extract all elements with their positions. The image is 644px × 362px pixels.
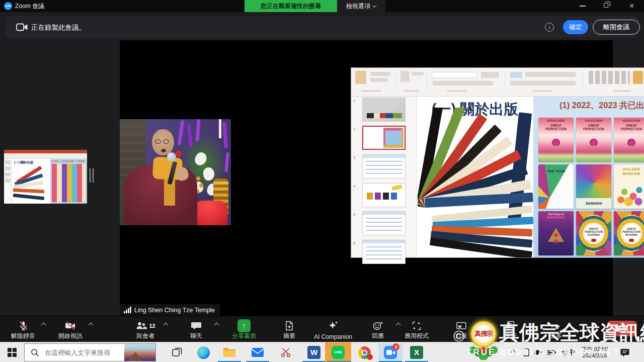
- book-cover: GREAT PERFECTION DHARMA: [576, 211, 611, 255]
- decor: [5, 172, 11, 176]
- excel-button[interactable]: X: [405, 342, 429, 362]
- shared-screen-canvas: 1 2 3 4 5 6 (一) 關於出版: [120, 40, 613, 316]
- confirm-button[interactable]: 確定: [563, 20, 588, 34]
- start-button[interactable]: [0, 342, 24, 362]
- zoom-logo-icon: zm: [4, 2, 12, 10]
- apps-icon: [411, 320, 422, 331]
- windows-logo-icon: [8, 348, 17, 357]
- decor: [447, 90, 467, 92]
- slide-thumbnail-3[interactable]: [362, 154, 406, 178]
- slide-thumbnail-2-selected[interactable]: [362, 126, 406, 150]
- search-input[interactable]: [44, 344, 124, 361]
- chrome-button[interactable]: [352, 342, 376, 362]
- slide-number: 6: [353, 241, 360, 245]
- microphone: [167, 152, 176, 161]
- preview-drag-handle[interactable]: [90, 168, 94, 183]
- slide-thumbnail-4[interactable]: [362, 183, 406, 207]
- recording-message: 正在錄製此會議。: [31, 23, 86, 32]
- decor: [525, 72, 576, 77]
- zoom-toolbar: 解除靜音 開啟視訊 12 與會者 聊: [0, 316, 644, 342]
- slide-number: 4: [353, 184, 360, 189]
- info-icon[interactable]: i: [545, 23, 554, 32]
- slide-right-title: (1) 2022、2023 共已出版了 15 本文集: [533, 100, 644, 111]
- zoom-meeting-window: zm Zoom 會議 您正在觀看蓮悅的螢幕 檢視選項 × 正在錄製此會議。 i …: [0, 0, 644, 362]
- window-titlebar: zm Zoom 會議 您正在觀看蓮悅的螢幕 檢視選項 ×: [0, 0, 644, 12]
- task-view-button[interactable]: [165, 342, 189, 362]
- glasses-decor: [155, 139, 161, 144]
- mini-ppt-body: (一) 關於出版 (1) 2022、2023 共已出版了 15 本文集: [4, 159, 87, 204]
- chevron-down-icon: [372, 4, 376, 8]
- leave-meeting-button[interactable]: 離開會議: [593, 20, 640, 35]
- chat-button[interactable]: 聊天: [172, 317, 220, 341]
- mini-blue-panel: (1) 2022、2023 共已出版了 15 本文集: [50, 159, 87, 204]
- tray-phone-icon[interactable]: [523, 348, 529, 356]
- hidden-icons-chevron[interactable]: [510, 349, 516, 355]
- zoom-app-icon: 3: [384, 346, 397, 359]
- chrome-badge: [367, 354, 373, 360]
- leave-button[interactable]: 離開: [607, 321, 637, 336]
- minimize-button[interactable]: [580, 6, 586, 7]
- decor: [432, 72, 477, 78]
- mini-covers-grid: [52, 164, 86, 202]
- ppt-slide: (一) 關於出版: [417, 97, 644, 257]
- chat-bubble-icon: [191, 321, 202, 331]
- more-button[interactable]: ••• 更多: [532, 317, 580, 341]
- decor: [404, 90, 419, 92]
- decor: [613, 90, 631, 92]
- decor: [400, 71, 410, 82]
- candle-decor: [219, 119, 221, 138]
- decor: [5, 178, 11, 183]
- tray-camera-icon[interactable]: [534, 349, 542, 355]
- ime-indicator[interactable]: 中: [567, 342, 577, 362]
- red-bag-decor: [195, 201, 227, 225]
- close-button[interactable]: ×: [627, 1, 636, 12]
- search-daily-image[interactable]: [124, 344, 155, 361]
- start-video-button[interactable]: 開啟視訊: [46, 317, 95, 341]
- slide-number: 2: [353, 127, 360, 131]
- mail-button[interactable]: [246, 342, 270, 362]
- toolbar-label: 開啟視訊: [40, 332, 101, 340]
- recording-camera-icon: [16, 23, 28, 32]
- restore-button[interactable]: [604, 3, 608, 8]
- book-cover: The Power ofMANTRA: [538, 211, 574, 255]
- decor: [510, 72, 522, 78]
- decor: [412, 72, 424, 75]
- task-view-icon: [172, 347, 182, 357]
- speaker-video: [120, 119, 231, 225]
- snipping-tool-button[interactable]: [274, 342, 298, 362]
- decor: [395, 72, 396, 90]
- action-center-button[interactable]: [616, 342, 634, 362]
- mail-icon: [251, 347, 264, 357]
- book-cover: The Sword ofTHE YOGI: [538, 164, 574, 209]
- taskbar-search[interactable]: [24, 343, 156, 361]
- view-options-button[interactable]: 檢視選項: [337, 0, 385, 12]
- word-button[interactable]: W: [302, 342, 326, 362]
- tray-battery-icon[interactable]: [547, 350, 556, 355]
- taskbar-clock[interactable]: 下午 02:50 2024/2/25: [577, 346, 613, 359]
- mini-right-title: (1) 2022、2023 共已出版了 15 本文集: [51, 160, 84, 163]
- line-app-button[interactable]: LINE: [326, 342, 350, 362]
- summary-doc-icon: [284, 320, 294, 331]
- decor: [370, 72, 390, 76]
- flower-decor: [196, 176, 200, 180]
- recording-banner: 正在錄製此會議。 i 確定 離開會議: [5, 16, 639, 38]
- slide-thumbnail-6[interactable]: [362, 240, 406, 264]
- mini-thumbnail-strip: [4, 159, 12, 204]
- slide-thumbnail-1[interactable]: [362, 98, 406, 122]
- share-screen-icon: ↑: [237, 319, 251, 332]
- file-explorer-button[interactable]: [217, 342, 242, 362]
- decor: [5, 166, 11, 170]
- glasses-decor: [163, 139, 169, 144]
- presenter-name: Ling Shen Ching Tze Temple: [134, 307, 215, 314]
- shared-screen-preview[interactable]: (一) 關於出版 (1) 2022、2023 共已出版了 15 本文集: [4, 150, 87, 204]
- whiteboard-button[interactable]: 白板: [437, 317, 486, 341]
- edge-browser-button[interactable]: [191, 342, 215, 362]
- book-cover: DZOGCHENGREAT PERFECTION: [576, 118, 611, 162]
- decor: [633, 71, 643, 84]
- ppt-ribbon: [351, 68, 644, 97]
- ai-sparkle-icon: [328, 320, 339, 331]
- zoom-app-button[interactable]: 3: [378, 342, 403, 362]
- slide-thumbnail-5[interactable]: [362, 211, 406, 235]
- action-center-icon: [620, 348, 629, 357]
- participants-button[interactable]: 12 與會者: [121, 317, 170, 341]
